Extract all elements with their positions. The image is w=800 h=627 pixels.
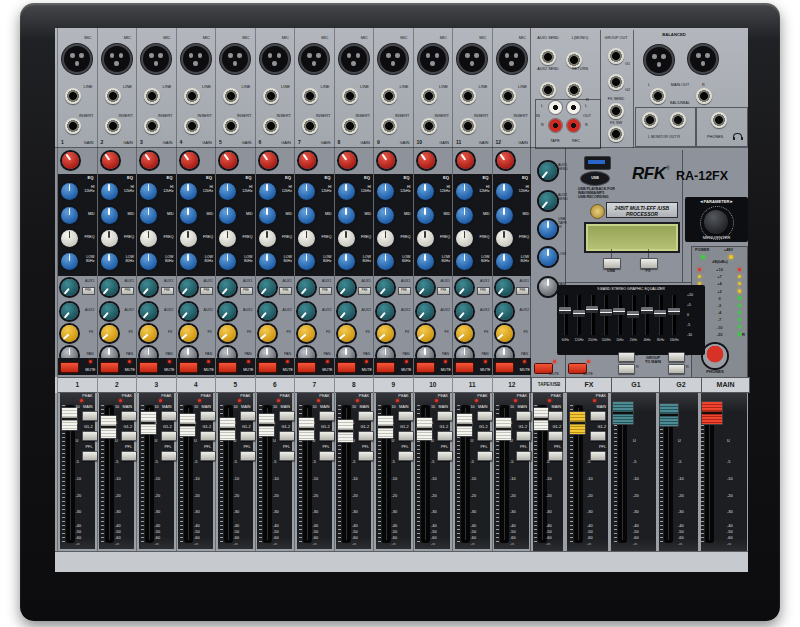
geq-slider[interactable] — [641, 307, 653, 314]
fx-knob[interactable] — [219, 325, 236, 342]
eq-freq-knob[interactable] — [338, 230, 355, 247]
eq-mid-knob[interactable] — [338, 207, 355, 224]
fx-knob[interactable] — [140, 325, 157, 342]
aux2-knob[interactable] — [140, 303, 157, 320]
eq-hi-knob[interactable] — [496, 183, 513, 200]
aux2-knob[interactable] — [180, 303, 197, 320]
fx-mode-button[interactable] — [640, 258, 658, 269]
aux2-knob[interactable] — [259, 303, 276, 320]
eq-mid-knob[interactable] — [61, 207, 78, 224]
gain-knob[interactable] — [260, 152, 277, 169]
eq-hi-knob[interactable] — [377, 183, 394, 200]
aux1-knob[interactable] — [259, 279, 276, 296]
eq-freq-knob[interactable] — [259, 230, 276, 247]
eq-hi-knob[interactable] — [180, 183, 197, 200]
eq-low-knob[interactable] — [180, 253, 197, 270]
eq-mid-knob[interactable] — [417, 207, 434, 224]
geq-slider[interactable] — [559, 307, 571, 314]
pre-button[interactable]: PRE — [200, 287, 213, 295]
tape-pan-knob[interactable] — [539, 278, 557, 296]
gain-knob[interactable] — [497, 152, 514, 169]
fx-knob[interactable] — [377, 325, 394, 342]
pre-button[interactable]: PRE — [358, 287, 371, 295]
fx-knob[interactable] — [259, 325, 276, 342]
aux1-knob[interactable] — [61, 279, 78, 296]
eq-freq-knob[interactable] — [298, 230, 315, 247]
pre-button[interactable]: PRE — [477, 287, 490, 295]
group2-fader[interactable] — [659, 403, 679, 427]
pre-button[interactable]: PRE — [398, 287, 411, 295]
eq-freq-knob[interactable] — [496, 230, 513, 247]
fx-knob[interactable] — [338, 325, 355, 342]
aux2-knob[interactable] — [101, 303, 118, 320]
eq-low-knob[interactable] — [496, 253, 513, 270]
eq-freq-knob[interactable] — [101, 230, 118, 247]
eq-mid-knob[interactable] — [180, 207, 197, 224]
eq-freq-knob[interactable] — [180, 230, 197, 247]
eq-low-knob[interactable] — [140, 253, 157, 270]
eq-freq-knob[interactable] — [61, 230, 78, 247]
tape-hi-knob[interactable] — [539, 220, 557, 238]
fx-knob[interactable] — [496, 325, 513, 342]
fx-knob[interactable] — [61, 325, 78, 342]
aux1-knob[interactable] — [496, 279, 513, 296]
eq-mid-knob[interactable] — [259, 207, 276, 224]
eq-mid-knob[interactable] — [377, 207, 394, 224]
mute-button[interactable] — [495, 362, 514, 373]
aux1-knob[interactable] — [140, 279, 157, 296]
mute-button[interactable] — [337, 362, 356, 373]
aux2-knob[interactable] — [338, 303, 355, 320]
eq-mid-knob[interactable] — [140, 207, 157, 224]
eq-mid-knob[interactable] — [219, 207, 236, 224]
tape-aux2-send-knob[interactable] — [539, 192, 557, 210]
aux1-knob[interactable] — [101, 279, 118, 296]
geq-slider[interactable] — [654, 310, 666, 317]
gain-knob[interactable] — [220, 152, 237, 169]
g2-to-main-l-button[interactable] — [668, 352, 685, 362]
gain-knob[interactable] — [141, 152, 158, 169]
eq-hi-knob[interactable] — [417, 183, 434, 200]
eq-hi-knob[interactable] — [219, 183, 236, 200]
eq-freq-knob[interactable] — [456, 230, 473, 247]
fx-knob[interactable] — [298, 325, 315, 342]
fx-knob[interactable] — [456, 325, 473, 342]
mute-button[interactable] — [100, 362, 119, 373]
aux1-knob[interactable] — [298, 279, 315, 296]
fx-knob[interactable] — [417, 325, 434, 342]
gain-knob[interactable] — [378, 152, 395, 169]
pre-button[interactable]: PRE — [279, 287, 292, 295]
eq-hi-knob[interactable] — [298, 183, 315, 200]
eq-mid-knob[interactable] — [298, 207, 315, 224]
eq-low-knob[interactable] — [298, 253, 315, 270]
gain-knob[interactable] — [418, 152, 435, 169]
mute-button[interactable] — [258, 362, 277, 373]
eq-low-knob[interactable] — [101, 253, 118, 270]
fx-knob[interactable] — [101, 325, 118, 342]
pre-button[interactable]: PRE — [319, 287, 332, 295]
eq-freq-knob[interactable] — [219, 230, 236, 247]
geq-slider[interactable] — [586, 306, 598, 313]
geq-slider[interactable] — [613, 308, 625, 315]
eq-low-knob[interactable] — [338, 253, 355, 270]
mute-button[interactable] — [297, 362, 316, 373]
eq-hi-knob[interactable] — [140, 183, 157, 200]
mute-button[interactable] — [416, 362, 435, 373]
aux1-knob[interactable] — [456, 279, 473, 296]
gain-knob[interactable] — [339, 152, 356, 169]
aux2-knob[interactable] — [377, 303, 394, 320]
g2-to-main-r-button[interactable] — [668, 364, 685, 374]
gain-knob[interactable] — [102, 152, 119, 169]
aux2-knob[interactable] — [417, 303, 434, 320]
eq-freq-knob[interactable] — [377, 230, 394, 247]
mute-button[interactable] — [60, 362, 79, 373]
mute-button[interactable] — [455, 362, 474, 373]
pre-button[interactable]: PRE — [161, 287, 174, 295]
geq-slider[interactable] — [573, 310, 585, 317]
aux2-knob[interactable] — [61, 303, 78, 320]
eq-low-knob[interactable] — [456, 253, 473, 270]
aux2-knob[interactable] — [298, 303, 315, 320]
aux1-knob[interactable] — [338, 279, 355, 296]
g1-to-main-l-button[interactable] — [618, 352, 635, 362]
main-fader[interactable] — [701, 401, 723, 425]
eq-low-knob[interactable] — [259, 253, 276, 270]
